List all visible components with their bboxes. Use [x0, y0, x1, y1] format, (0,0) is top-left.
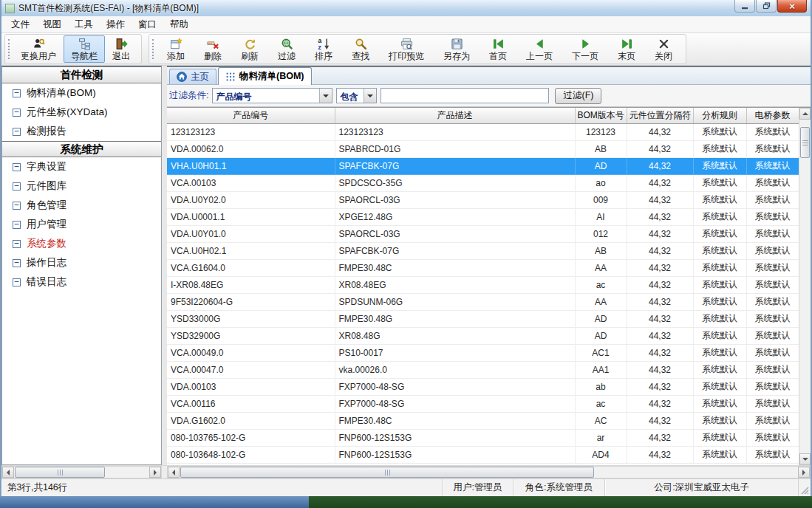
table-cell[interactable]: YSD32900G — [167, 327, 335, 344]
scroll-track[interactable] — [595, 467, 798, 478]
toolbar-button-last-page[interactable]: 末页 — [608, 35, 645, 63]
horizontal-scroll-thumb[interactable] — [15, 467, 105, 478]
table-cell[interactable]: 系统默认 — [693, 259, 746, 276]
table-row[interactable]: VDA.U0Y02.0SPAORCL-03G00944,32系统默认系统默认 — [167, 191, 799, 208]
table-cell[interactable]: FNP600-12S153G — [335, 429, 575, 446]
table-cell[interactable]: VCA.U0H02.1 — [167, 242, 335, 259]
table-cell[interactable]: AA1 — [575, 361, 627, 378]
table-cell[interactable]: 系统默认 — [693, 395, 746, 412]
table-cell[interactable]: SPAFCBK-07G — [335, 242, 575, 259]
table-cell[interactable]: AD4 — [575, 446, 627, 463]
table-row[interactable]: YSD33000GFMPE30.48GAD44,32系统默认系统默认 — [167, 310, 799, 327]
minimize-button[interactable] — [734, 0, 755, 13]
table-cell[interactable]: ac — [575, 276, 627, 293]
toolbar-button-find[interactable]: 查找 — [342, 35, 379, 63]
table-cell[interactable]: 44,32 — [627, 225, 693, 242]
table-cell[interactable]: 系统默认 — [746, 293, 799, 310]
table-cell[interactable]: 44,32 — [627, 361, 693, 378]
sidebar-item[interactable]: −字典设置 — [2, 157, 161, 176]
table-cell[interactable]: 系统默认 — [746, 378, 799, 395]
table-row[interactable]: 080-103648-102-GFNP600-12S153GAD444,32系统… — [167, 446, 799, 463]
sidebar-item[interactable]: −用户管理 — [2, 215, 161, 234]
column-header-4[interactable]: 分析规则 — [693, 108, 746, 123]
table-cell[interactable]: FXP7000-48-SG — [335, 378, 575, 395]
table-cell[interactable]: 系统默认 — [746, 344, 799, 361]
filter-operator-select[interactable]: 包含 — [336, 88, 377, 103]
table-cell[interactable]: 系统默认 — [693, 208, 746, 225]
toolbar-button-sort[interactable]: az排序 — [305, 35, 342, 63]
sidebar-horizontal-scrollbar[interactable] — [1, 466, 162, 478]
menu-item-5[interactable]: 帮助 — [163, 16, 195, 33]
table-cell[interactable]: 系统默认 — [693, 327, 746, 344]
table-cell[interactable]: 系统默认 — [693, 276, 746, 293]
table-cell[interactable]: SPDSUNM-06G — [335, 293, 575, 310]
scroll-left-button[interactable] — [168, 467, 180, 478]
table-cell[interactable]: AB — [575, 140, 627, 157]
table-cell[interactable]: 44,32 — [627, 140, 693, 157]
table-cell[interactable]: SPAORCL-03G — [335, 225, 575, 242]
table-cell[interactable]: PS10-0017 — [335, 344, 575, 361]
menu-item-0[interactable]: 文件 — [4, 16, 36, 33]
table-cell[interactable]: FMPE30.48G — [335, 310, 575, 327]
table-row[interactable]: VCA.00103SPDCSCO-35Gao44,32系统默认系统默认 — [167, 174, 799, 191]
table-cell[interactable]: 44,32 — [627, 191, 693, 208]
table-cell[interactable]: 系统默认 — [693, 293, 746, 310]
table-cell[interactable]: 系统默认 — [746, 191, 799, 208]
table-row[interactable]: I-XR08.48EGXR08.48EGac44,32系统默认系统默认 — [167, 276, 799, 293]
scroll-down-button[interactable] — [799, 453, 811, 465]
table-cell[interactable]: FNP600-12S153G — [335, 446, 575, 463]
close-button[interactable]: × — [777, 0, 807, 13]
table-cell[interactable]: VDA.00103 — [167, 378, 335, 395]
toolbar-button-next-page[interactable]: 下一页 — [562, 35, 608, 63]
tab-bom[interactable]: 物料清单(BOM) — [218, 67, 312, 85]
table-cell[interactable]: 44,32 — [627, 293, 693, 310]
sidebar-item[interactable]: −元件图库 — [2, 176, 161, 196]
table-cell[interactable]: 系统默认 — [693, 123, 746, 140]
scroll-right-button[interactable] — [149, 467, 161, 478]
table-cell[interactable]: XR08.48G — [335, 327, 575, 344]
sidebar-item[interactable]: −系统参数 — [2, 234, 161, 253]
menu-item-3[interactable]: 操作 — [100, 16, 132, 33]
column-header-2[interactable]: BOM版本号 — [575, 108, 627, 123]
table-cell[interactable]: SPDCSCO-35G — [335, 174, 575, 191]
table-cell[interactable]: AD — [575, 327, 627, 344]
table-cell[interactable]: 系统默认 — [746, 259, 799, 276]
sidebar-item[interactable]: −物料清单(BOM) — [2, 83, 161, 103]
table-cell[interactable]: 44,32 — [627, 395, 693, 412]
tab-home[interactable]: 主页 — [169, 69, 216, 84]
table-row[interactable]: VHA.U0H01.1SPAFCBK-07GAD44,32系统默认系统默认 — [167, 157, 799, 174]
table-cell[interactable]: 123123123 — [335, 123, 575, 140]
table-cell[interactable]: 系统默认 — [746, 446, 799, 463]
table-cell[interactable]: ao — [575, 174, 627, 191]
restore-button[interactable] — [756, 0, 777, 13]
table-cell[interactable]: 系统默认 — [693, 412, 746, 429]
table-row[interactable]: 080-103765-102-GFNP600-12S153Gar44,32系统默… — [167, 429, 799, 446]
toolbar-button-prev-page[interactable]: 上一页 — [516, 35, 562, 63]
table-cell[interactable]: 44,32 — [627, 344, 693, 361]
table-row[interactable]: VDA.U0Y01.0SPAORCL-03G01244,32系统默认系统默认 — [167, 225, 799, 242]
toolbar-button-navbar[interactable]: 导航栏 — [64, 35, 105, 63]
table-cell[interactable]: 44,32 — [627, 174, 693, 191]
table-cell[interactable]: AD — [575, 310, 627, 327]
table-cell[interactable]: SPAORCL-03G — [335, 191, 575, 208]
table-cell[interactable]: ab — [575, 378, 627, 395]
sidebar-item[interactable]: −元件坐标(XYData) — [2, 103, 161, 122]
sidebar-item[interactable]: −检测报告 — [2, 122, 161, 141]
table-cell[interactable]: VDA.U0Y02.0 — [167, 191, 335, 208]
table-cell[interactable]: 系统默认 — [693, 140, 746, 157]
table-cell[interactable]: I-XR08.48EG — [167, 276, 335, 293]
table-cell[interactable]: 系统默认 — [746, 395, 799, 412]
table-cell[interactable]: 44,32 — [627, 157, 693, 174]
table-cell[interactable]: VDA.00062.0 — [167, 140, 335, 157]
table-cell[interactable]: 系统默认 — [746, 327, 799, 344]
toolbar-button-refresh[interactable]: 刷新 — [231, 35, 268, 63]
table-cell[interactable]: 系统默认 — [746, 242, 799, 259]
table-cell[interactable]: 44,32 — [627, 412, 693, 429]
table-cell[interactable]: 012 — [575, 225, 627, 242]
table-cell[interactable]: 123123 — [575, 123, 627, 140]
filter-apply-button[interactable]: 过滤(F) — [555, 88, 601, 104]
table-cell[interactable]: 系统默认 — [746, 361, 799, 378]
column-header-3[interactable]: 元件位置分隔符 — [627, 108, 693, 123]
horizontal-scroll-thumb[interactable] — [180, 467, 594, 478]
scroll-right-button[interactable] — [798, 467, 810, 478]
